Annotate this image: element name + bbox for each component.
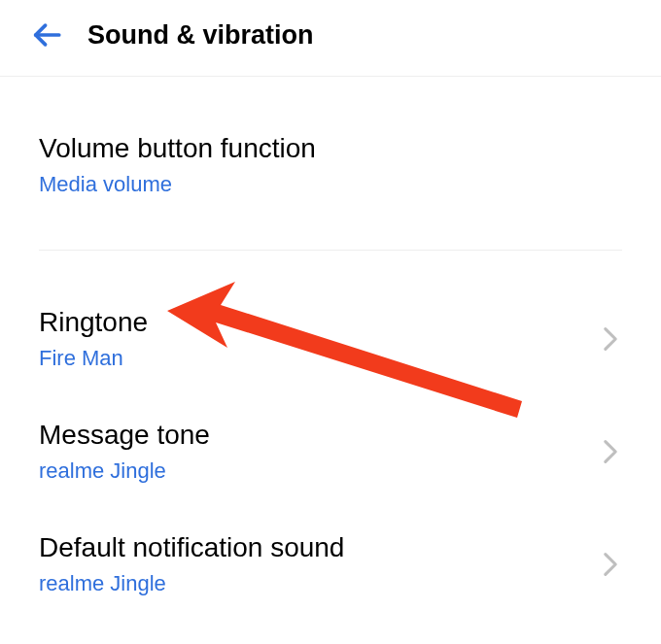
setting-ringtone[interactable]: Ringtone Fire Man <box>39 307 622 371</box>
setting-volume-button-function[interactable]: Volume button function Media volume <box>39 133 622 197</box>
settings-list: Volume button function Media volume Ring… <box>0 77 661 596</box>
setting-message-tone[interactable]: Message tone realme Jingle <box>39 420 622 484</box>
setting-label: Default notification sound <box>39 532 344 563</box>
setting-label: Ringtone <box>39 307 148 338</box>
setting-default-notification-sound[interactable]: Default notification sound realme Jingle <box>39 532 622 596</box>
setting-label: Volume button function <box>39 133 316 164</box>
page-title: Sound & vibration <box>87 20 314 51</box>
setting-value: realme Jingle <box>39 571 344 596</box>
chevron-right-icon <box>599 440 622 463</box>
header-bar: Sound & vibration <box>0 0 661 77</box>
chevron-right-icon <box>599 553 622 576</box>
setting-value: Fire Man <box>39 346 148 371</box>
setting-value: Media volume <box>39 172 316 197</box>
setting-value: realme Jingle <box>39 458 210 484</box>
back-arrow-icon[interactable] <box>29 17 64 52</box>
chevron-right-icon <box>599 327 622 351</box>
setting-label: Message tone <box>39 420 210 451</box>
